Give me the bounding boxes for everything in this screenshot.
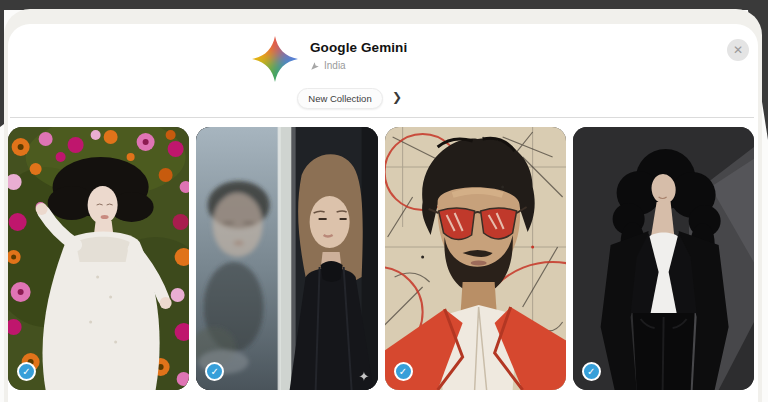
selected-check-icon[interactable]: ✓ — [582, 362, 601, 381]
screen: Google Gemini India ✕ New Collection ❯ — [0, 0, 768, 402]
gemini-star-icon — [252, 36, 298, 82]
studio-suit-image — [573, 127, 754, 390]
selected-check-icon[interactable]: ✓ — [17, 362, 36, 381]
window-portrait-image — [196, 127, 377, 390]
location-label: India — [324, 60, 346, 71]
collection-modal: Google Gemini India ✕ New Collection ❯ — [8, 24, 758, 402]
location-row: India — [310, 60, 346, 71]
chevron-right-icon[interactable]: ❯ — [392, 90, 402, 104]
send-arrow-icon — [310, 61, 320, 71]
sketch-man-image — [385, 127, 566, 390]
divider — [10, 117, 754, 118]
generated-image-card-4[interactable]: ✓ — [573, 127, 754, 390]
flower-field-image — [8, 127, 189, 390]
page-title: Google Gemini — [310, 40, 407, 55]
sparkle-icon: ✦ — [359, 369, 370, 384]
selected-check-icon[interactable]: ✓ — [394, 362, 413, 381]
generated-image-card-1[interactable]: ✓ — [8, 127, 189, 390]
image-grid: ✓ — [8, 127, 754, 390]
new-collection-button[interactable]: New Collection — [297, 88, 383, 109]
generated-image-card-2[interactable]: ✓ ✦ — [196, 127, 377, 390]
generated-image-card-3[interactable]: ✓ — [385, 127, 566, 390]
close-button[interactable]: ✕ — [727, 39, 749, 61]
